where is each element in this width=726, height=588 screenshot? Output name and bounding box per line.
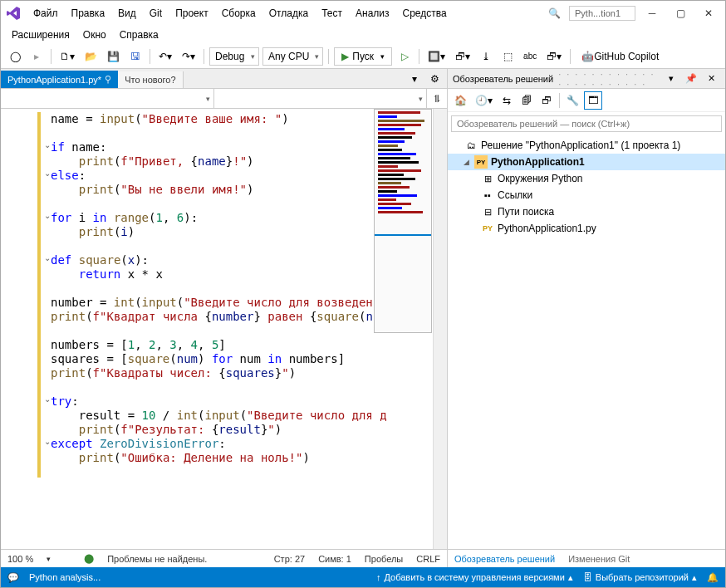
document-tabs: PythonApplication1.py* ⚲ Что нового? ▾ ⚙ <box>1 69 447 89</box>
run-noDebug-icon[interactable]: ▷ <box>395 47 414 66</box>
menu-Окно[interactable]: Окно <box>77 26 112 44</box>
search-icon[interactable]: 🔍 <box>545 4 564 22</box>
tb-ext2-icon[interactable]: 🗗▾ <box>452 47 473 66</box>
redo-icon[interactable]: ↷▾ <box>179 47 199 66</box>
menu-Средства[interactable]: Средства <box>397 4 453 22</box>
panel-pin-icon[interactable]: 📌 <box>682 70 700 88</box>
status-bar: 💬 Python analysis... ↑ Добавить в систем… <box>1 567 725 587</box>
close-button[interactable]: ✕ <box>697 4 720 22</box>
editor-gutter: ⌄⌄⌄⌄⌄⌄ <box>1 109 44 549</box>
undo-icon[interactable]: ↶▾ <box>155 47 175 66</box>
sln-sync-icon[interactable]: ⇆ <box>498 91 516 110</box>
tab-whats-new[interactable]: Что нового? <box>118 71 183 88</box>
nav-fwd-icon[interactable]: ▸ <box>27 47 46 66</box>
bottom-tab-git[interactable]: Изменения Git <box>562 551 636 566</box>
menu-Отладка[interactable]: Отладка <box>263 4 314 22</box>
split-icon[interactable]: ⥮ <box>427 89 447 108</box>
solution-icon: 🗂 <box>464 139 478 152</box>
menu-bar-2: РасширенияОкноСправка <box>1 26 725 44</box>
indent-mode[interactable]: Пробелы <box>365 554 403 564</box>
platform-combo[interactable]: Any CPU <box>262 47 323 66</box>
tb-ext1-icon[interactable]: 🔲▾ <box>424 47 449 66</box>
maximize-button[interactable]: ▢ <box>669 4 692 22</box>
save-icon[interactable]: 💾 <box>104 47 123 66</box>
minimize-button[interactable]: ─ <box>640 4 664 22</box>
refs-icon: ▪▪ <box>481 189 494 202</box>
new-item-icon[interactable]: 🗋▾ <box>56 47 78 66</box>
menu-Вид[interactable]: Вид <box>112 4 142 22</box>
py-file-icon: PY <box>481 222 494 235</box>
zoom-level[interactable]: 100 % <box>7 554 33 564</box>
editor-statusbar: 100 % ▾ ⬤ Проблемы не найдены. Стр: 27 С… <box>1 549 447 567</box>
menu-bar: ФайлПравкаВидGitПроектСборкаОтладкаТестА… <box>27 4 538 22</box>
env-icon: ⊞ <box>481 172 494 185</box>
main-toolbar: ◯ ▸ 🗋▾ 📂 💾 🖫 ↶▾ ↷▾ Debug Any CPU ▶Пуск▾ … <box>1 44 725 69</box>
tb-ext5-icon[interactable]: 🗗▾ <box>543 47 565 66</box>
panel-dropdown-icon[interactable]: ▾ <box>662 70 680 88</box>
tab-active[interactable]: PythonApplication1.py* ⚲ <box>1 71 118 88</box>
caret-col: Симв: 1 <box>318 554 351 564</box>
nav-scope-combo[interactable] <box>1 89 214 108</box>
tb-ext4-icon[interactable]: ⬚ <box>498 47 517 66</box>
tab-dropdown-icon[interactable]: ▾ <box>405 70 424 88</box>
panel-title: Обозреватель решений <box>453 74 553 84</box>
minimap[interactable] <box>374 109 432 333</box>
paths-icon: ⊟ <box>481 205 494 218</box>
nav-member-combo[interactable] <box>214 89 428 108</box>
app-title: Pyth...tion1 <box>569 6 635 21</box>
sb-python-analysis[interactable]: Python analysis... <box>29 572 101 582</box>
solution-toolbar: 🏠 🕘▾ ⇆ 🗐 🗗 🔧 🗔 <box>448 89 725 112</box>
problems-ok-icon: ⬤ <box>84 553 94 564</box>
tree-solution-root[interactable]: 🗂 Решение "PythonApplication1" (1 проект… <box>448 137 725 154</box>
menu-Сборка[interactable]: Сборка <box>216 4 262 22</box>
tree-file-py[interactable]: PY PythonApplication1.py <box>448 220 725 237</box>
menu-Анализ[interactable]: Анализ <box>350 4 395 22</box>
tree-project[interactable]: ◢ PY PythonApplication1 <box>448 154 725 170</box>
problems-status[interactable]: Проблемы не найдены. <box>107 554 207 564</box>
sln-preview-icon[interactable]: 🗔 <box>584 91 602 110</box>
scrollbar-vertical[interactable] <box>433 109 447 549</box>
python-project-icon: PY <box>474 155 488 169</box>
tb-ext3-icon[interactable]: ⤓ <box>477 47 495 66</box>
menu-Git[interactable]: Git <box>144 4 168 22</box>
menu-Файл[interactable]: Файл <box>27 4 64 22</box>
pin-icon[interactable]: ⚲ <box>105 74 111 85</box>
sln-properties-icon[interactable]: 🔧 <box>563 91 582 110</box>
sln-home-icon[interactable]: 🏠 <box>451 91 470 110</box>
open-icon[interactable]: 📂 <box>81 47 101 66</box>
sb-add-vc[interactable]: ↑ Добавить в систему управления версиями… <box>376 572 573 583</box>
sln-showall-icon[interactable]: 🗐 <box>518 91 536 110</box>
sln-history-icon[interactable]: 🕘▾ <box>472 91 496 110</box>
menu-Тест[interactable]: Тест <box>316 4 348 22</box>
sb-select-repo[interactable]: 🗄 Выбрать репозиторий ▴ <box>583 572 697 583</box>
tree-env[interactable]: ⊞ Окружения Python <box>448 170 725 187</box>
sb-bell-icon[interactable]: 🔔 <box>707 572 719 583</box>
tb-abc-icon[interactable]: abc <box>520 47 540 66</box>
copilot-button[interactable]: 🤖 GitHub Copilot <box>576 47 665 66</box>
config-combo[interactable]: Debug <box>209 47 259 66</box>
sln-refresh-icon[interactable]: 🗗 <box>537 91 556 110</box>
tree-paths[interactable]: ⊟ Пути поиска <box>448 203 725 220</box>
menu-Правка[interactable]: Правка <box>66 4 111 22</box>
panel-close-icon[interactable]: ✕ <box>702 70 720 88</box>
vs-logo-icon <box>6 6 21 21</box>
menu-Справка[interactable]: Справка <box>114 26 164 44</box>
menu-Расширения[interactable]: Расширения <box>6 26 76 44</box>
solution-tree[interactable]: 🗂 Решение "PythonApplication1" (1 проект… <box>448 135 725 549</box>
eol-mode[interactable]: CRLF <box>416 554 440 564</box>
nav-back-icon[interactable]: ◯ <box>6 47 24 66</box>
tab-settings-icon[interactable]: ⚙ <box>425 70 444 88</box>
bottom-tab-solution[interactable]: Обозреватель решений <box>448 551 562 566</box>
sb-output-icon[interactable]: 💬 <box>7 572 19 583</box>
menu-Проект[interactable]: Проект <box>169 4 214 22</box>
run-button[interactable]: ▶Пуск▾ <box>334 47 392 66</box>
solution-search-input[interactable] <box>451 115 722 132</box>
tree-refs[interactable]: ▪▪ Ссылки <box>448 187 725 203</box>
save-all-icon[interactable]: 🖫 <box>126 47 145 66</box>
caret-line: Стр: 27 <box>274 554 305 564</box>
